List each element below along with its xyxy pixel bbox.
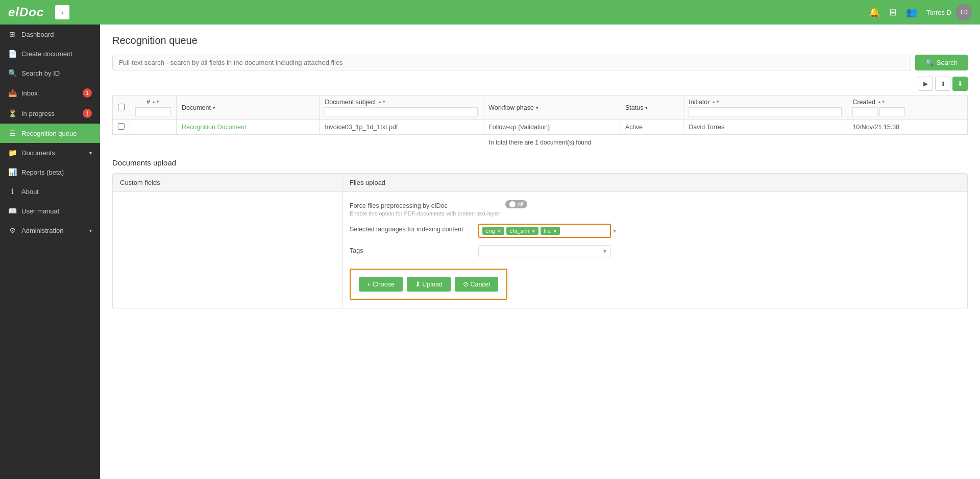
toggle-label: off: [518, 202, 523, 207]
bell-icon[interactable]: 🔔: [869, 7, 880, 18]
search-button[interactable]: 🔍 Search: [915, 55, 968, 70]
tags-container: ▾: [478, 245, 611, 257]
initiator-sort-arrows[interactable]: ▲▼: [712, 100, 720, 104]
sidebar-item-user-manual[interactable]: 📖 User manual: [0, 201, 100, 221]
app-logo: elDoc: [8, 5, 44, 19]
sidebar-item-search-by-id[interactable]: 🔍 Search by ID: [0, 63, 100, 83]
num-filter-input[interactable]: [135, 107, 171, 116]
search-input[interactable]: [112, 55, 911, 70]
tags-label: Tags: [350, 245, 472, 254]
created-from-input[interactable]: [852, 107, 878, 116]
sidebar-item-about[interactable]: ℹ About: [0, 182, 100, 201]
th-status: Status ▾: [620, 95, 683, 120]
sidebar-item-label: In progress: [21, 110, 55, 117]
row-created: 10/Nov/21 15:38: [847, 120, 968, 135]
documents-icon: 📁: [8, 149, 16, 157]
pause-button[interactable]: ⏸: [935, 77, 950, 91]
reports-icon: 📊: [8, 168, 16, 176]
lang-tag-eng-remove[interactable]: ✕: [497, 228, 501, 234]
sidebar-item-label: Dashboard: [21, 31, 54, 38]
sidebar-item-documents[interactable]: 📁 Documents ▾: [0, 143, 100, 162]
num-sort-arrows[interactable]: ▲▼: [152, 100, 160, 104]
document-link[interactable]: Recognition Document: [182, 124, 246, 131]
avatar[interactable]: TD: [955, 4, 972, 20]
sidebar-item-recognition-queue[interactable]: ☰ Recognition queue: [0, 124, 100, 143]
users-icon[interactable]: 👥: [906, 7, 917, 18]
search-id-icon: 🔍: [8, 69, 16, 77]
th-workflow-label: Workflow phase: [488, 104, 534, 111]
lang-tag-chi-sim-remove[interactable]: ✕: [531, 228, 535, 234]
upload-grid: Custom fields Files upload Force files p…: [113, 174, 967, 308]
th-status-label: Status: [625, 104, 643, 111]
row-initiator: David Torres: [683, 120, 847, 135]
table-total-row: In total there are 1 document(s) found: [113, 135, 968, 151]
lang-tags-box[interactable]: eng ✕ chi_sim ✕: [478, 224, 611, 238]
sidebar-item-administration[interactable]: ⚙ Administration ▾: [0, 221, 100, 240]
user-name: Torres D: [926, 9, 951, 16]
sidebar-item-label: Inbox: [21, 89, 38, 97]
lang-tag-fra-remove[interactable]: ✕: [553, 228, 557, 234]
row-workflow: Follow-up (Validation): [483, 120, 620, 135]
languages-row: Selected languages for indexing content …: [350, 224, 960, 238]
sidebar-item-dashboard[interactable]: ⊞ Dashboard: [0, 25, 100, 44]
status-dropdown-arrow[interactable]: ▾: [645, 105, 648, 110]
choose-button[interactable]: + Choose: [359, 277, 403, 292]
administration-icon: ⚙: [8, 226, 16, 234]
files-upload-header: Files upload: [342, 174, 967, 192]
toggle-off[interactable]: off: [505, 200, 527, 208]
upload-right-col: Files upload Force files preprocessing b…: [342, 174, 967, 308]
sidebar-item-reports[interactable]: 📊 Reports (beta): [0, 162, 100, 182]
th-num: # ▲▼: [130, 95, 177, 120]
upload-section-title: Documents upload: [112, 158, 968, 167]
grid-icon[interactable]: ⊞: [889, 7, 897, 18]
files-upload-body: Force files preprocessing by elDoc Enabl…: [342, 192, 967, 308]
sidebar-item-in-progress[interactable]: ⏳ In progress 1: [0, 103, 100, 124]
cancel-button[interactable]: ⊘ Cancel: [455, 277, 498, 292]
play-button[interactable]: ▶: [918, 77, 933, 91]
sidebar-item-label: Create document: [21, 50, 72, 58]
subject-filter-input[interactable]: [325, 107, 478, 116]
select-all-checkbox[interactable]: [118, 104, 125, 110]
force-preprocess-sublabel: Enable this option for PDF-documents wit…: [350, 210, 499, 217]
row-checkbox[interactable]: [118, 123, 125, 130]
header-right: 🔔 ⊞ 👥 Torres D TD: [869, 4, 972, 20]
page-title: Recognition queue: [112, 35, 968, 46]
file-buttons-container: + Choose ⬇ Upload ⊘ Cancel: [350, 269, 507, 300]
document-dropdown-arrow[interactable]: ▾: [213, 105, 215, 110]
lang-tag-eng-label: eng: [485, 228, 495, 234]
administration-arrow: ▾: [89, 228, 92, 233]
download-button[interactable]: ⬇: [952, 77, 968, 91]
upload-button[interactable]: ⬇ Upload: [407, 277, 451, 292]
documents-arrow: ▾: [89, 150, 92, 156]
row-status: Active: [620, 120, 683, 135]
recognition-queue-icon: ☰: [8, 129, 16, 137]
row-document: Recognition Document: [177, 120, 320, 135]
lang-tag-chi-sim-label: chi_sim: [509, 228, 529, 234]
initiator-filter-input[interactable]: [689, 107, 842, 116]
languages-container: eng ✕ chi_sim ✕: [478, 224, 616, 238]
custom-fields-header: Custom fields: [113, 174, 342, 192]
th-workflow: Workflow phase ▾: [483, 95, 620, 120]
lang-dropdown-arrow[interactable]: ▾: [613, 227, 616, 234]
th-initiator-label: Initiator: [689, 99, 709, 106]
sidebar-collapse-button[interactable]: ‹: [55, 5, 69, 19]
created-sort-arrows[interactable]: ▲▼: [877, 100, 886, 104]
force-preprocess-toggle[interactable]: off: [505, 200, 527, 209]
lang-tag-fra: fra ✕: [541, 227, 559, 235]
documents-table: # ▲▼ Document ▾: [112, 95, 968, 150]
search-icon: 🔍: [925, 59, 934, 66]
workflow-dropdown-arrow[interactable]: ▾: [536, 105, 538, 110]
sidebar-item-label: Documents: [21, 149, 55, 157]
lang-tag-fra-label: fra: [544, 228, 550, 234]
th-document: Document ▾: [177, 95, 320, 120]
sidebar-item-create-document[interactable]: 📄 Create document: [0, 44, 100, 63]
th-created-label: Created: [852, 99, 875, 106]
th-subject: Document subject ▲▼: [320, 95, 483, 120]
tags-select[interactable]: ▾: [478, 245, 611, 257]
create-doc-icon: 📄: [8, 50, 16, 58]
subject-sort-arrows[interactable]: ▲▼: [378, 100, 386, 104]
th-num-label: #: [146, 99, 150, 106]
sidebar-item-inbox[interactable]: 📥 Inbox 1: [0, 83, 100, 103]
created-to-input[interactable]: [879, 107, 905, 116]
total-label: In total there are 1 document(s) found: [489, 139, 592, 146]
